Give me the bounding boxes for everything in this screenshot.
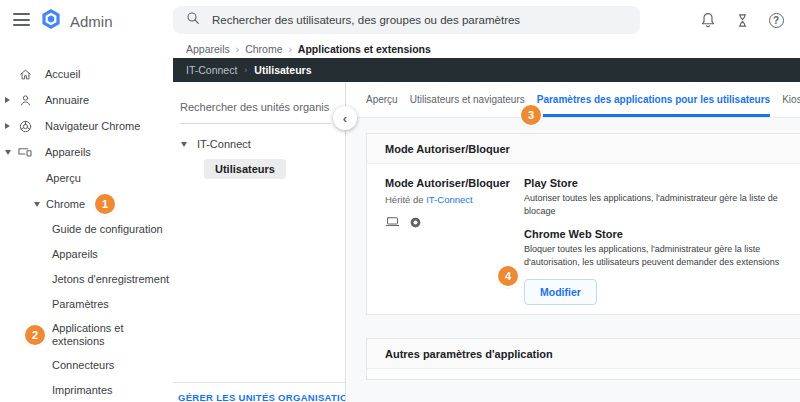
sidebar-item-accueil[interactable]: Accueil [0, 61, 173, 87]
sidebar-item-appareils[interactable]: Appareils [0, 139, 173, 165]
chrome-web-store-title: Chrome Web Store [524, 228, 796, 240]
sidebar-item-parametres[interactable]: Paramètres [0, 292, 173, 317]
tab-utilisateurs-et-navigateurs[interactable]: Utilisateurs et navigateurs [410, 82, 525, 117]
settings-tabs: Aperçu Utilisateurs et navigateurs Param… [347, 82, 800, 118]
breadcrumb: Appareils › Chrome › Applications et ext… [186, 40, 431, 58]
sidebar-item-label: Navigateur Chrome [45, 120, 140, 133]
sidebar-item-label: Applications et extensions [52, 322, 152, 347]
step-badge-2: 2 [25, 325, 45, 345]
sidebar-item-label: Annuaire [45, 94, 89, 107]
play-store-title: Play Store [524, 177, 796, 189]
breadcrumb-appareils[interactable]: Appareils [186, 43, 230, 55]
tab-kiosque[interactable]: Kiosq [782, 82, 800, 117]
sidebar-item-label: Appareils [52, 248, 98, 261]
play-store-description: Autoriser toutes les applications, l'adm… [524, 192, 796, 218]
help-icon[interactable]: ? [766, 10, 786, 30]
sidebar-item-imprimantes[interactable]: Imprimantes [0, 378, 173, 402]
org-panel-footer: GÉRER LES UNITÉS ORGANISATIONNELLES [173, 382, 345, 402]
sidebar-item-label: Connecteurs [52, 359, 114, 372]
sidebar-item-label: Chrome [46, 198, 85, 211]
app-title: Admin [70, 13, 113, 30]
org-tree-root-label: IT-Connect [197, 138, 251, 150]
org-tree-item-utilisateurs[interactable]: Utilisateurs [204, 159, 286, 179]
breadcrumb-chrome[interactable]: Chrome [245, 43, 282, 55]
sidebar-item-label: Jetons d'enregistrement [52, 273, 169, 286]
tab-parametres-des-applications[interactable]: Paramètres des applications pour les uti… [537, 82, 770, 117]
inherited-prefix: Hérité de [385, 194, 424, 205]
notifications-bell-icon[interactable] [698, 10, 718, 30]
chevron-right-icon [5, 123, 10, 129]
card-header-title: Autres paramètres d'application [367, 339, 800, 369]
sidebar-item-apercu[interactable]: Aperçu [0, 165, 173, 191]
modifier-button[interactable]: Modifier [524, 279, 597, 305]
setting-name: Mode Autoriser/Bloquer [385, 177, 524, 189]
panel-collapse-button[interactable]: ‹ [333, 106, 357, 130]
breadcrumb-separator: › [236, 44, 239, 55]
breadcrumb-separator: › [288, 44, 291, 55]
other-app-settings-card: Autres paramètres d'application [366, 338, 800, 380]
devices-icon [17, 144, 33, 160]
sidebar-item-applications-et-extensions[interactable]: 2 Applications et extensions [0, 317, 173, 353]
sidebar-item-guide-de-configuration[interactable]: Guide de configuration [0, 217, 173, 242]
sidebar-item-label: Paramètres [52, 298, 109, 311]
google-admin-logo[interactable]: Admin [39, 7, 113, 35]
main-content: Aperçu Utilisateurs et navigateurs Param… [347, 82, 800, 402]
sidebar-item-chrome[interactable]: Chrome 1 [0, 191, 173, 217]
allow-block-mode-card: Mode Autoriser/Bloquer Mode Autoriser/Bl… [366, 133, 800, 315]
org-tree-root[interactable]: IT-Connect [181, 138, 345, 150]
chevron-down-icon [34, 202, 40, 207]
admin-logo-icon [39, 7, 63, 35]
step-badge-1: 1 [95, 194, 115, 214]
breadcrumb-current-page: Applications et extensions [298, 43, 431, 55]
home-icon [17, 66, 33, 82]
sidebar-item-connecteurs[interactable]: Connecteurs [0, 353, 173, 378]
sidebar-item-jetons-enregistrement[interactable]: Jetons d'enregistrement [0, 267, 173, 292]
org-bar-separator: › [244, 65, 247, 75]
sidebar-item-label: Accueil [45, 68, 80, 81]
card-header-title: Mode Autoriser/Bloquer [367, 134, 800, 164]
tab-apercu[interactable]: Aperçu [366, 82, 398, 117]
inherited-org-link[interactable]: IT-Connect [426, 194, 472, 205]
laptop-icon [385, 214, 400, 233]
chevron-left-icon: ‹ [343, 111, 347, 126]
sidebar-item-annuaire[interactable]: Annuaire [0, 87, 173, 113]
sidebar-item-appareils-chrome[interactable]: Appareils [0, 242, 173, 267]
step-badge-3: 3 [521, 105, 541, 125]
sidebar-item-label: Guide de configuration [52, 223, 163, 236]
chevron-right-icon [5, 97, 10, 103]
main-navigation-sidebar: Accueil Annuaire Navigateur Chrome Appar… [0, 40, 173, 402]
org-unit-bar: IT-Connect › Utilisateurs [173, 58, 800, 82]
sidebar-item-label: Imprimantes [52, 384, 113, 397]
chrome-web-store-description: Bloquer toutes les applications, l'admin… [524, 243, 796, 269]
search-icon [185, 10, 201, 30]
sidebar-item-navigateur-chrome[interactable]: Navigateur Chrome [0, 113, 173, 139]
org-unit-search-input[interactable] [180, 101, 331, 113]
hamburger-menu-icon[interactable] [13, 13, 30, 26]
chevron-down-icon [181, 142, 187, 147]
chrome-browser-icon [17, 118, 33, 134]
sidebar-item-label: Appareils [45, 146, 91, 159]
tasks-hourglass-icon[interactable] [732, 10, 752, 30]
global-search-input[interactable] [212, 14, 628, 26]
person-icon [17, 92, 33, 108]
chevron-down-icon [5, 150, 11, 155]
org-bar-current: Utilisateurs [254, 64, 311, 76]
org-bar-root[interactable]: IT-Connect [186, 64, 237, 76]
top-header: Admin ? [0, 0, 800, 40]
global-search-bar[interactable] [173, 6, 640, 34]
sidebar-item-label: Aperçu [46, 172, 81, 185]
org-unit-panel: IT-Connect Utilisateurs GÉRER LES UNITÉS… [173, 82, 346, 402]
chrome-icon [409, 215, 422, 233]
org-unit-search[interactable] [180, 94, 331, 124]
manage-org-units-link[interactable]: GÉRER LES UNITÉS ORGANISATIONNELLES [178, 392, 345, 402]
